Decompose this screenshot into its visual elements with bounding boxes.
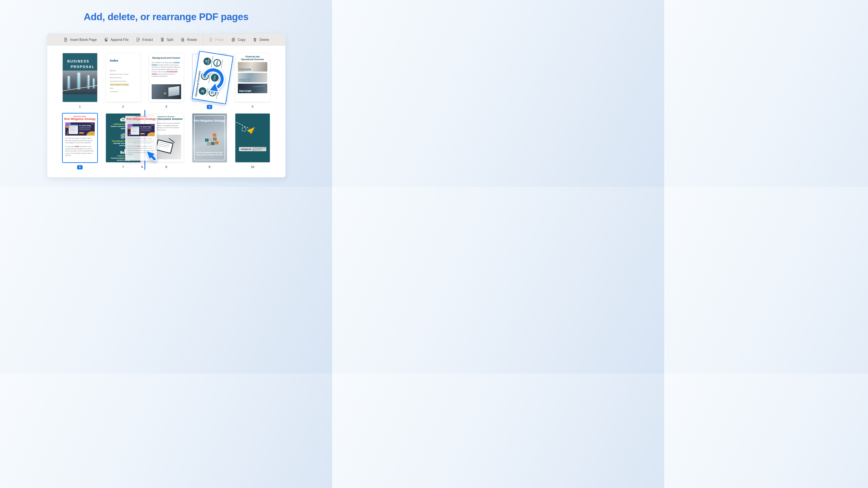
page6-eyebrow: Business Ideas xyxy=(63,116,97,117)
page-thumbnail-3[interactable]: Background and Context We committed to p… xyxy=(149,53,184,102)
copy-label: Copy xyxy=(238,38,246,42)
page-thumbnail-2[interactable]: Index Agenda Background and Context Busi… xyxy=(106,53,141,102)
page-thumbnail-1[interactable]: BUSINESS PROPOSAL xyxy=(63,53,97,102)
append-file-label: Append File xyxy=(111,38,129,42)
pdf-page-manager-panel: Insert Blank Page Append File Extract xyxy=(47,33,285,178)
stat: 40thousand+ Business & educational membe… xyxy=(207,85,220,101)
extract-button[interactable]: Extract xyxy=(132,34,157,46)
delete-icon xyxy=(253,37,257,42)
delete-label: Delete xyxy=(259,38,269,42)
paste-label: Paste xyxy=(215,38,224,42)
page-number-3: 3 xyxy=(160,105,173,108)
copy-button[interactable]: Copy xyxy=(227,34,249,46)
page-thumbnail-9[interactable]: Risk Mitigation Strategy We help organiz… xyxy=(192,114,227,162)
workflow-photo: Workflow xyxy=(238,73,267,82)
page-number-10: 10 xyxy=(246,165,259,169)
ghost-page-number: 6 xyxy=(136,165,149,169)
page9-caption: We help organizations build high-value g… xyxy=(192,151,227,156)
cursor-icon xyxy=(146,151,158,163)
stat: 300+ Global Employees xyxy=(212,55,225,71)
page-thumbnail-4-rotated[interactable]: Operational Overview 12millions+ Global … xyxy=(192,51,234,104)
page-thumbnail-5[interactable]: Financial and Operational Overview Docum… xyxy=(235,53,270,102)
index-item: Business Ideas xyxy=(110,77,141,79)
contact-website: www.kdan.com xyxy=(254,149,262,151)
quote-illustration: Pre Quote Shage xyxy=(65,122,95,135)
quote-illustration: Pre Quote Shage xyxy=(127,124,155,136)
email-icon: ✉ xyxy=(253,147,253,149)
append-file-button[interactable]: Append File xyxy=(100,34,132,46)
documents-photo: Documents xyxy=(238,62,267,71)
page-thumbnail-6[interactable]: Business Ideas Risk Mitigation Strategy … xyxy=(63,114,97,162)
page1-title-line2: PROPOSAL xyxy=(71,64,97,70)
contact-bar: Contact Us ✉pdf-reader@kdan.com www.kdan… xyxy=(239,147,266,151)
laptop-photo xyxy=(152,84,181,99)
page3-paragraph: We committed to providing diverse AI-dri… xyxy=(152,62,181,78)
extract-label: Extract xyxy=(142,38,153,42)
page6-title: Risk Mitigation Strategy xyxy=(63,117,97,121)
page-number-9: 9 xyxy=(203,165,216,169)
page-number-8: 8 xyxy=(160,165,173,169)
page1-title-line1: BUSINESS xyxy=(67,59,97,64)
page-number-5: 5 xyxy=(246,105,259,108)
index-list: Agenda Background and Context Business I… xyxy=(110,70,141,93)
copy-icon xyxy=(231,37,236,42)
index-item: Agenda xyxy=(110,70,141,71)
index-item: Operational Overview xyxy=(110,80,141,82)
city-image xyxy=(63,70,97,94)
split-label: Split xyxy=(167,38,173,42)
contact-label: Contact Us xyxy=(241,148,251,150)
page5-title: Financial and Operational Overview xyxy=(235,55,270,61)
stat: 10Best Software Companies Awarded by Sil… xyxy=(202,53,214,70)
paper-plane-graphic xyxy=(235,114,270,162)
page-number-badge-4: 4 xyxy=(207,105,212,109)
index-item: Conclusion xyxy=(110,91,141,93)
index-item-highlighted: Risk Mitigation Strategy xyxy=(110,84,141,86)
page-title: Add, delete, or rearrange PDF pages xyxy=(0,11,332,23)
page-thumbnail-10[interactable]: Contact Us ✉pdf-reader@kdan.com www.kdan… xyxy=(235,114,270,162)
append-file-icon xyxy=(104,37,108,42)
page9-title: Risk Mitigation Strategy xyxy=(192,119,227,123)
page-number-1: 1 xyxy=(73,105,86,108)
index-item: Q&A xyxy=(110,87,141,89)
page-number-2: 2 xyxy=(117,105,129,108)
page6-paragraph-1: In the pre-sale stage, the ability to ra… xyxy=(65,137,95,144)
stat: 12millions+ Global members xyxy=(197,83,209,99)
rotate-icon xyxy=(181,37,185,42)
insert-blank-page-icon xyxy=(63,37,68,42)
data-insight-photo: Data Insight xyxy=(238,84,267,93)
split-button[interactable]: Split xyxy=(157,34,177,46)
page3-title: Background and Context xyxy=(149,57,184,59)
page-number-badge-6: 6 xyxy=(77,165,83,170)
paste-button[interactable]: Paste xyxy=(205,34,227,46)
insert-blank-page-label: Insert Blank Page xyxy=(70,38,97,42)
page6-paragraph-2: You can easily update information in you… xyxy=(65,146,95,157)
globe-icon xyxy=(253,149,254,151)
stat: 200millions+ App downloads worldwide xyxy=(200,68,211,85)
index-item: Background and Context xyxy=(110,73,141,75)
rotate-label: Rotate xyxy=(187,38,197,42)
extract-icon xyxy=(136,37,140,42)
rotate-button[interactable]: Rotate xyxy=(177,34,200,46)
split-icon xyxy=(160,37,164,42)
delete-button[interactable]: Delete xyxy=(249,34,273,46)
stat: Companies Asia-Pacific Listed by by Fina… xyxy=(210,70,222,86)
page-number-7: 7 xyxy=(117,165,129,169)
index-title: Index xyxy=(110,59,141,62)
paste-icon xyxy=(209,37,213,42)
toolbar: Insert Blank Page Append File Extract xyxy=(47,34,285,46)
contact-email: pdf-reader@kdan.com xyxy=(254,147,265,149)
insert-blank-page-button[interactable]: Insert Blank Page xyxy=(60,34,100,46)
